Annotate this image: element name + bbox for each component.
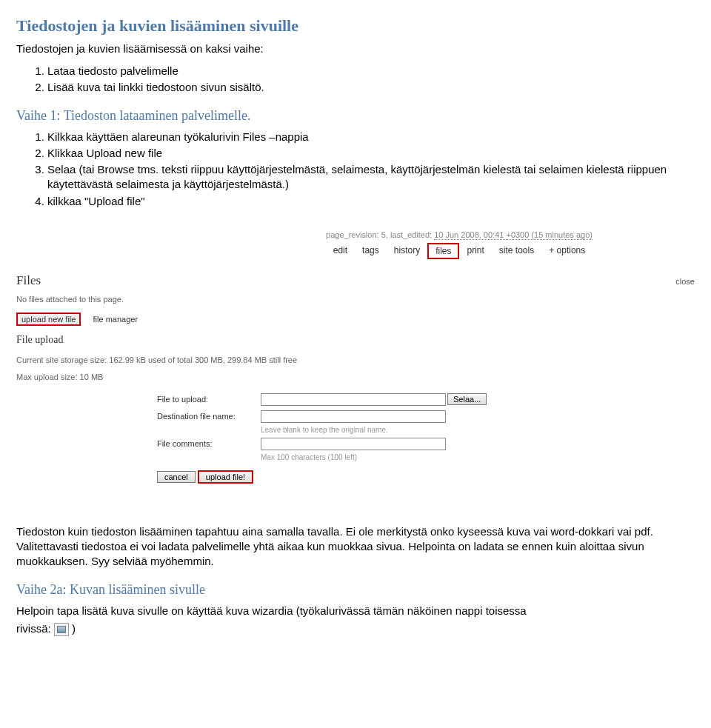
destination-filename-input[interactable] bbox=[261, 410, 446, 423]
comments-hint: Max 100 characters (100 left) bbox=[261, 453, 695, 463]
rivissa-text: rivissä: bbox=[16, 622, 51, 635]
tab-site-tools[interactable]: site tools bbox=[492, 243, 541, 259]
intro-steps-list: Lataa tiedosto palvelimelle Lisää kuva t… bbox=[16, 64, 695, 96]
intro-step-1: Lataa tiedosto palvelimelle bbox=[47, 64, 695, 79]
upload-new-file-button[interactable]: upload new file bbox=[16, 313, 81, 326]
max-upload-info: Max upload size: 10 MB bbox=[16, 372, 695, 383]
phase1-step-1: Kilkkaa käyttäen alareunan työkalurivin … bbox=[47, 130, 695, 144]
image-wizard-icon bbox=[54, 623, 69, 636]
close-link[interactable]: close bbox=[675, 276, 695, 287]
phase-2a-text: Helpoin tapa lisätä kuva sivulle on käyt… bbox=[16, 604, 695, 618]
phase1-step-4: kilkkaa "Upload file" bbox=[47, 194, 695, 209]
cancel-button[interactable]: cancel bbox=[157, 471, 196, 483]
tab-print[interactable]: print bbox=[459, 243, 491, 259]
tab-options[interactable]: + options bbox=[541, 243, 592, 259]
storage-info: Current site storage size: 162.99 kB use… bbox=[16, 355, 695, 366]
close-paren: ) bbox=[72, 622, 76, 635]
paragraph-after-screenshot: Tiedoston kuin tiedoston lisääminen tapa… bbox=[16, 524, 695, 570]
page-revision-info: page_revision: 5, last_edited: 10 Jun 20… bbox=[224, 230, 695, 241]
browse-button[interactable]: Selaa... bbox=[447, 393, 487, 405]
revision-prefix: page_revision: 5, last_edited: bbox=[326, 230, 434, 239]
file-manager-link[interactable]: file manager bbox=[93, 315, 138, 324]
file-to-upload-input[interactable] bbox=[261, 393, 446, 406]
upload-file-button[interactable]: upload file! bbox=[198, 470, 253, 484]
file-comments-input[interactable] bbox=[261, 438, 446, 450]
tab-files[interactable]: files bbox=[427, 243, 459, 259]
destination-hint: Leave blank to keep the original name. bbox=[261, 425, 695, 435]
embedded-screenshot: page_revision: 5, last_edited: 10 Jun 20… bbox=[16, 230, 695, 484]
upload-form: File to upload: Selaa... Destination fil… bbox=[157, 393, 695, 484]
files-section-title: Files bbox=[16, 273, 41, 290]
label-file-to-upload: File to upload: bbox=[157, 394, 261, 405]
file-upload-title: File upload bbox=[16, 333, 695, 347]
phase-1-steps: Kilkkaa käyttäen alareunan työkalurivin … bbox=[16, 130, 695, 209]
phase1-step-2: Klikkaa Upload new file bbox=[47, 146, 695, 161]
page-title: Tiedostojen ja kuvien lisääminen sivuill… bbox=[16, 15, 695, 37]
phase-2a-heading: Vaihe 2a: Kuvan lisääminen sivulle bbox=[16, 581, 695, 598]
phase-1-heading: Vaihe 1: Tiedoston lataaminen palvelimel… bbox=[16, 107, 695, 124]
no-files-text: No files attached to this page. bbox=[16, 294, 695, 305]
page-tools-tabs: edit tags history files print site tools… bbox=[224, 243, 695, 259]
label-destination: Destination file name: bbox=[157, 411, 261, 422]
phase1-step-3: Selaa (tai Browse tms. teksti riippuu kä… bbox=[47, 162, 695, 193]
label-comments: File comments: bbox=[157, 438, 261, 450]
tab-edit[interactable]: edit bbox=[326, 243, 355, 259]
intro-text: Tiedostojen ja kuvien lisäämisessä on ka… bbox=[16, 41, 695, 56]
rivissa-line: rivissä: ) bbox=[16, 621, 695, 636]
intro-step-2: Lisää kuva tai linkki tiedostoon sivun s… bbox=[47, 80, 695, 95]
tab-tags[interactable]: tags bbox=[355, 243, 387, 259]
revision-date-link[interactable]: 10 Jun 2008, 00:41 +0300 (15 minutes ago… bbox=[434, 230, 592, 240]
tab-history[interactable]: history bbox=[387, 243, 427, 259]
